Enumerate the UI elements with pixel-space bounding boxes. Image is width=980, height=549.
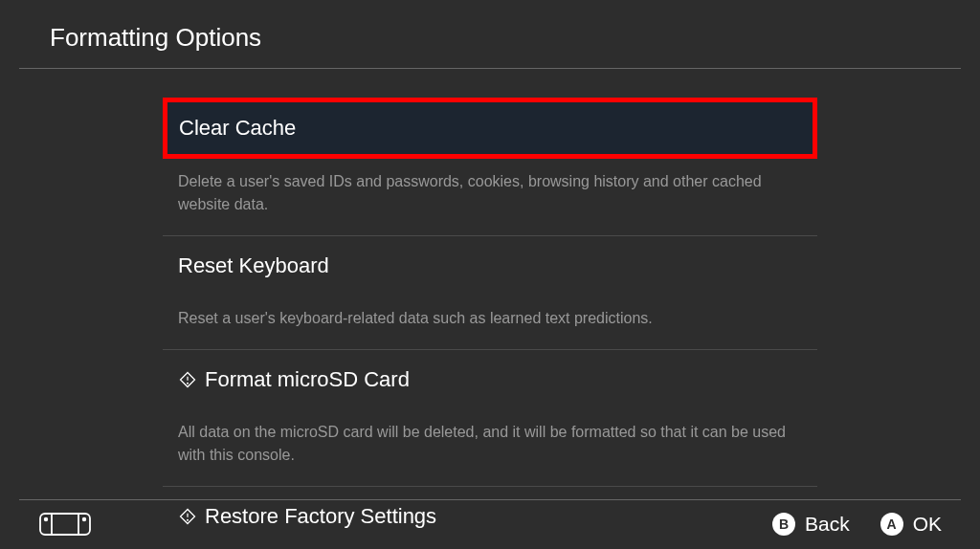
option-title: Format microSD Card: [205, 367, 410, 392]
footer-buttons: B Back A OK: [772, 513, 942, 536]
option-clear-cache: Clear Cache Delete a user's saved IDs an…: [163, 98, 817, 236]
console-icon: [38, 512, 92, 537]
back-button[interactable]: B Back: [772, 513, 850, 536]
svg-point-1: [188, 383, 189, 384]
option-title: Reset Keyboard: [178, 253, 329, 278]
option-description: All data on the microSD card will be del…: [163, 409, 817, 486]
ok-label: OK: [913, 513, 942, 536]
option-description: Delete a user's saved IDs and passwords,…: [163, 159, 817, 235]
option-reset-keyboard: Reset Keyboard Reset a user's keyboard-r…: [163, 236, 817, 350]
page-title: Formatting Options: [50, 23, 980, 53]
footer-bar: B Back A OK: [0, 499, 980, 549]
warning-icon: [178, 370, 197, 389]
svg-point-7: [83, 518, 86, 521]
b-button-icon: B: [772, 513, 795, 536]
footer-divider: [19, 499, 961, 500]
format-microsd-button[interactable]: Format microSD Card: [163, 350, 817, 409]
svg-rect-5: [52, 514, 78, 535]
clear-cache-button[interactable]: Clear Cache: [163, 98, 817, 159]
option-format-microsd: Format microSD Card All data on the micr…: [163, 350, 817, 487]
options-list: Clear Cache Delete a user's saved IDs an…: [0, 69, 980, 546]
reset-keyboard-button[interactable]: Reset Keyboard: [163, 236, 817, 296]
a-button-icon: A: [880, 513, 903, 536]
svg-rect-4: [40, 514, 90, 535]
back-label: Back: [805, 513, 850, 536]
option-title: Clear Cache: [179, 116, 296, 141]
option-description: Reset a user's keyboard-related data suc…: [163, 296, 817, 349]
ok-button[interactable]: A OK: [880, 513, 942, 536]
svg-point-6: [45, 518, 48, 521]
